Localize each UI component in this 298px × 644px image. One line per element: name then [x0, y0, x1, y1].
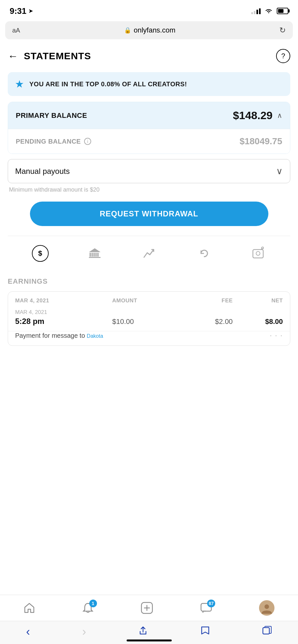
- info-icon[interactable]: i: [84, 138, 91, 145]
- nav-balance-icon[interactable]: $: [32, 245, 49, 262]
- primary-balance-row[interactable]: PRIMARY BALANCE $148.29 ∧: [8, 102, 290, 129]
- url-bar[interactable]: 🔒 onlyfans.com: [124, 26, 176, 34]
- payout-type-label: Manual payouts: [15, 167, 70, 176]
- signal-icon: [251, 8, 261, 14]
- page-header: ← STATEMENTS ?: [0, 39, 298, 70]
- back-button[interactable]: ←: [8, 50, 18, 62]
- nav-chart-icon[interactable]: [141, 245, 158, 262]
- browser-forward-button[interactable]: ›: [82, 625, 86, 639]
- pending-balance-row: PENDING BALANCE i $18049.75: [8, 129, 290, 154]
- nav-referral-icon[interactable]: [250, 245, 266, 262]
- nav-bank-icon[interactable]: [86, 245, 103, 262]
- lock-icon: 🔒: [124, 27, 131, 34]
- browser-bar[interactable]: aA 🔒 onlyfans.com ↻: [5, 21, 293, 39]
- earnings-description-row: Payment for message to Dakota · · ·: [8, 331, 290, 346]
- earnings-card: MAR 4, 2021 AMOUNT FEE NET MAR 4, 2021 5…: [8, 291, 290, 346]
- pending-label-row: PENDING BALANCE i: [16, 138, 91, 145]
- nav-refund-icon[interactable]: [195, 245, 212, 262]
- nav-profile[interactable]: [259, 600, 274, 616]
- col-date: MAR 4, 2021: [15, 298, 109, 304]
- earnings-table-header: MAR 4, 2021 AMOUNT FEE NET: [8, 292, 290, 307]
- nav-messages[interactable]: 87: [200, 602, 212, 614]
- col-amount: AMOUNT: [112, 298, 182, 304]
- earnings-link[interactable]: Dakota: [87, 333, 103, 339]
- svg-rect-4: [97, 253, 99, 257]
- svg-rect-1: [91, 253, 93, 257]
- battery-icon: [277, 8, 288, 14]
- more-options-icon[interactable]: · · ·: [270, 331, 283, 340]
- earnings-table-row: MAR 4, 2021 5:28 pm $10.00 $2.00 $8.00: [8, 307, 290, 331]
- min-withdrawal-text: Minimum withdrawal amount is $20: [8, 186, 290, 193]
- status-icons: [251, 8, 288, 14]
- help-button[interactable]: ?: [276, 49, 290, 63]
- chevron-up-icon: ∧: [277, 111, 282, 120]
- help-icon: ?: [281, 52, 285, 60]
- wifi-icon: [264, 8, 273, 14]
- earnings-net: $8.00: [236, 312, 283, 326]
- earnings-date: MAR 4, 2021: [15, 309, 109, 316]
- time-display: 9:31: [10, 6, 26, 16]
- col-fee: FEE: [186, 298, 233, 304]
- messages-badge: 87: [207, 600, 216, 607]
- primary-amount-row: $148.29 ∧: [233, 109, 282, 122]
- primary-balance-amount: $148.29: [233, 109, 273, 122]
- svg-point-8: [256, 251, 260, 255]
- payout-dropdown[interactable]: Manual payouts ∨: [8, 159, 290, 183]
- page-title: STATEMENTS: [24, 51, 91, 62]
- browser-share-button[interactable]: [138, 626, 148, 638]
- star-icon: ★: [15, 78, 24, 90]
- statements-nav: $: [0, 236, 298, 271]
- creator-banner: ★ YOU ARE IN THE TOP 0.08% OF ALL CREATO…: [8, 72, 290, 96]
- balance-card: PRIMARY BALANCE $148.29 ∧ PENDING BALANC…: [8, 102, 290, 154]
- browser-bookmarks-button[interactable]: [200, 626, 210, 638]
- profile-avatar[interactable]: [259, 600, 274, 616]
- svg-marker-6: [89, 248, 101, 252]
- nav-notifications[interactable]: 1: [82, 602, 94, 614]
- dollar-circle-icon[interactable]: $: [32, 245, 49, 262]
- status-time: 9:31 ➤: [10, 6, 33, 16]
- earnings-title: EARNINGS: [8, 277, 290, 286]
- payout-section: Manual payouts ∨ Minimum withdrawal amou…: [8, 159, 290, 193]
- svg-rect-7: [253, 250, 263, 258]
- url-text: onlyfans.com: [134, 26, 176, 34]
- header-left: ← STATEMENTS: [8, 50, 91, 62]
- request-withdrawal-button[interactable]: REQUEST WITHDRAWAL: [30, 202, 268, 226]
- notifications-badge: 1: [89, 600, 97, 607]
- earnings-description: Payment for message to Dakota: [15, 332, 103, 339]
- browser-tabs-button[interactable]: [262, 626, 272, 638]
- chevron-down-icon: ∨: [276, 166, 283, 176]
- svg-rect-3: [95, 253, 97, 257]
- pending-balance-amount: $18049.75: [240, 136, 282, 147]
- svg-point-10: [262, 247, 264, 249]
- col-net: NET: [236, 298, 283, 304]
- earnings-amount: $10.00: [112, 312, 182, 326]
- browser-back-button[interactable]: ‹: [26, 625, 30, 639]
- svg-rect-5: [89, 257, 101, 258]
- nav-post[interactable]: [140, 601, 153, 614]
- home-indicator: [127, 639, 172, 641]
- earnings-section: EARNINGS MAR 4, 2021 AMOUNT FEE NET MAR …: [0, 271, 298, 346]
- svg-rect-0: [90, 253, 91, 257]
- status-bar: 9:31 ➤: [0, 0, 298, 19]
- nav-home[interactable]: [24, 602, 35, 614]
- svg-point-16: [264, 604, 269, 609]
- font-size-control[interactable]: aA: [12, 27, 20, 34]
- banner-text: YOU ARE IN THE TOP 0.08% OF ALL CREATORS…: [29, 80, 187, 88]
- earnings-fee: $2.00: [186, 312, 233, 326]
- earnings-time: 5:28 pm: [15, 317, 109, 326]
- location-arrow-icon: ➤: [28, 7, 33, 14]
- svg-rect-17: [263, 628, 269, 634]
- bottom-nav: 1 87: [0, 595, 298, 621]
- earnings-date-cell: MAR 4, 2021 5:28 pm: [15, 309, 109, 326]
- primary-balance-label: PRIMARY BALANCE: [16, 111, 87, 120]
- refresh-icon[interactable]: ↻: [279, 26, 286, 35]
- pending-balance-label: PENDING BALANCE: [16, 138, 81, 145]
- svg-rect-2: [93, 253, 95, 257]
